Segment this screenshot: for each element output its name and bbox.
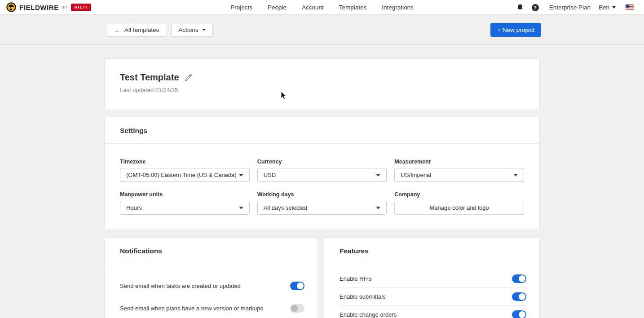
user-menu[interactable]: Ben	[599, 4, 616, 11]
features-card: Features Enable RFIs Enable submittals E…	[324, 237, 540, 318]
chevron-down-icon	[202, 29, 206, 31]
nav-item-integrations[interactable]: Integrations	[382, 4, 414, 11]
nav-item-account[interactable]: Account	[302, 4, 324, 11]
help-icon[interactable]: ?	[528, 0, 543, 15]
company-label: Company	[394, 191, 524, 198]
features-header: Features	[324, 238, 539, 264]
chevron-down-icon	[239, 174, 243, 177]
notification-row-tasks: Send email when tasks are created or upd…	[120, 275, 304, 297]
page-toolbar: ← All templates Actions + New project	[0, 15, 644, 45]
brand-name: FIELDWIRE	[19, 4, 59, 11]
working-days-select[interactable]: All days selected	[257, 201, 387, 215]
currency-label: Currency	[257, 159, 387, 165]
settings-header: Settings	[105, 117, 539, 144]
currency-field: Currency USD	[257, 159, 387, 182]
main-content: Test Template Last updated 01/24/25 Sett…	[104, 58, 540, 318]
manpower-units-select[interactable]: Hours	[120, 201, 250, 215]
nav-item-projects[interactable]: Projects	[230, 4, 252, 11]
working-days-field: Working days All days selected	[257, 191, 387, 215]
timezone-field: Timezone (GMT-05:00) Eastern Time (US & …	[120, 159, 250, 182]
timezone-select[interactable]: (GMT-05:00) Eastern Time (US & Canada)	[120, 168, 250, 182]
enable-submittals-toggle[interactable]	[512, 292, 526, 301]
settings-title: Settings	[120, 127, 524, 135]
page-title: Test Template	[120, 72, 179, 83]
manpower-units-label: Manpower units	[120, 191, 250, 198]
measurement-select[interactable]: US/Imperial	[394, 168, 524, 182]
fieldwire-mascot-icon	[6, 2, 16, 12]
enable-change-orders-toggle[interactable]	[512, 310, 526, 318]
user-name: Ben	[599, 4, 609, 11]
features-title: Features	[340, 247, 524, 255]
top-navbar: FIELDWIRE BY HILTI Projects People Accou…	[0, 0, 644, 15]
all-templates-back-button[interactable]: ← All templates	[107, 23, 166, 37]
manpower-units-field: Manpower units Hours	[120, 191, 250, 215]
new-project-button[interactable]: + New project	[490, 23, 541, 37]
enable-rfis-toggle[interactable]	[512, 274, 526, 283]
chevron-down-icon	[612, 6, 616, 9]
us-flag-icon[interactable]	[626, 4, 634, 10]
notifications-title: Notifications	[120, 247, 302, 255]
timezone-label: Timezone	[120, 159, 250, 165]
last-updated-text: Last updated 01/24/25	[120, 87, 524, 93]
tasks-email-toggle[interactable]	[290, 282, 304, 290]
currency-select[interactable]: USD	[257, 168, 387, 182]
chevron-down-icon	[513, 174, 518, 177]
back-arrow-icon: ←	[114, 26, 121, 33]
notifications-card: Notifications Send email when tasks are …	[104, 237, 318, 318]
notifications-bell-icon[interactable]	[512, 0, 528, 15]
hilti-logo: HILTI	[71, 4, 91, 11]
working-days-label: Working days	[257, 191, 387, 198]
chevron-down-icon	[376, 174, 380, 177]
template-title-card: Test Template Last updated 01/24/25	[104, 58, 540, 109]
settings-card: Settings Timezone (GMT-05:00) Eastern Ti…	[104, 117, 540, 230]
nav-item-people[interactable]: People	[268, 4, 287, 11]
notifications-header: Notifications	[105, 238, 318, 264]
brand-by-label: BY	[62, 6, 68, 9]
chevron-down-icon	[239, 207, 243, 209]
navbar-right: ? Enterprise Plan Ben	[512, 0, 644, 15]
feature-row-rfis: Enable RFIs	[340, 270, 526, 288]
actions-dropdown-button[interactable]: Actions	[171, 23, 212, 37]
notification-row-plans: Send email when plans have a new version…	[120, 297, 304, 318]
feature-row-submittals: Enable submittals	[340, 288, 526, 306]
measurement-field: Measurement US/Imperial	[394, 159, 524, 182]
edit-pencil-icon[interactable]	[185, 74, 192, 81]
manage-color-logo-button[interactable]: Manage color and logo	[394, 201, 524, 215]
company-field: Company Manage color and logo	[394, 191, 524, 215]
plan-badge: Enterprise Plan	[549, 4, 591, 11]
main-nav: Projects People Account Templates Integr…	[230, 0, 414, 15]
plans-email-toggle[interactable]	[290, 304, 304, 313]
fieldwire-logo[interactable]: FIELDWIRE BY HILTI	[0, 2, 91, 12]
chevron-down-icon	[376, 207, 380, 209]
feature-row-change-orders: Enable change orders	[340, 306, 526, 318]
nav-item-templates[interactable]: Templates	[339, 4, 367, 11]
measurement-label: Measurement	[394, 159, 524, 165]
